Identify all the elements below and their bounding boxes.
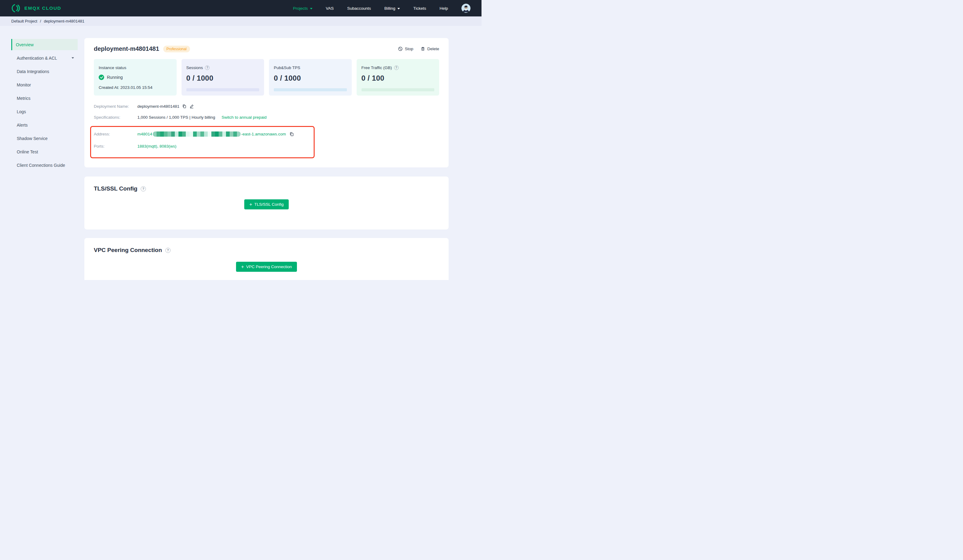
nav-links: Projects VAS Subaccounts Billing Tickets…: [293, 4, 470, 13]
stat-card-sessions: Sessions ? 0 / 1000: [182, 59, 264, 95]
specifications-value: 1,000 Sessions / 1,000 TPS | Hourly bill…: [137, 115, 215, 120]
address-suffix: -east-1.amazonaws.com: [241, 132, 286, 136]
ports-label: Ports:: [94, 144, 137, 149]
button-label: VPC Peering Connection: [246, 264, 292, 269]
deployment-name-label: Deployment Name:: [94, 104, 137, 108]
edit-icon: [190, 104, 194, 108]
stop-label: Stop: [405, 47, 413, 51]
nav-item-label: VAS: [326, 6, 334, 11]
trash-icon: [421, 47, 425, 51]
stop-button[interactable]: Stop: [398, 47, 413, 51]
brand-name: EMQX CLOUD: [24, 5, 61, 11]
sidebar-item-label: Shadow Service: [17, 136, 47, 141]
address-prefix: m48014: [137, 132, 152, 136]
edit-name-button[interactable]: [190, 104, 194, 108]
sidebar-item-online-test[interactable]: Online Test: [11, 146, 78, 157]
copy-name-button[interactable]: [182, 104, 187, 108]
sessions-progress-bar: [186, 88, 259, 91]
sidebar-item-label: Alerts: [17, 123, 28, 128]
stat-value: 0 / 1000: [274, 74, 347, 83]
breadcrumb-project[interactable]: Default Project: [11, 19, 37, 23]
breadcrumb-separator: /: [40, 19, 41, 23]
copy-icon: [289, 132, 294, 137]
stat-card-instance-status: Instance status Running Created At: 2023…: [94, 59, 177, 95]
plus-icon: +: [241, 265, 244, 269]
sidebar-item-label: Client Connections Guide: [17, 163, 65, 168]
annotation-highlight-box: Address: m48014 -east-1.amazonaws.com: [90, 126, 315, 158]
specifications-label: Specifications:: [94, 115, 137, 120]
vpc-peering-section: VPC Peering Connection ? + VPC Peering C…: [84, 238, 449, 280]
deployment-overview-card: deployment-m4801481 Professional Stop: [84, 38, 449, 167]
sidebar-item-label: Online Test: [17, 149, 38, 154]
sidebar-item-label: Authentication & ACL: [17, 56, 57, 61]
copy-address-button[interactable]: [289, 132, 294, 137]
stat-label: Sessions: [186, 65, 203, 70]
sidebar-item-label: Metrics: [17, 96, 31, 101]
main-content: deployment-m4801481 Professional Stop: [84, 26, 449, 280]
stats-row: Instance status Running Created At: 2023…: [94, 59, 439, 95]
nav-item-help[interactable]: Help: [439, 6, 448, 11]
created-at: Created At: 2023.01.05 15:54: [99, 85, 172, 90]
copy-icon: [182, 104, 187, 108]
nav-item-tickets[interactable]: Tickets: [413, 6, 426, 11]
sidebar-item-shadow-service[interactable]: Shadow Service: [11, 133, 78, 144]
nav-item-label: Help: [439, 6, 448, 11]
tls-ssl-section: TLS/SSL Config ? + TLS/SSL Config: [84, 176, 449, 230]
brand-logo[interactable]: EMQX CLOUD: [11, 3, 61, 13]
page-title: deployment-m4801481: [94, 45, 159, 52]
add-tls-ssl-config-button[interactable]: + TLS/SSL Config: [244, 199, 289, 209]
chevron-down-icon: [71, 57, 74, 59]
add-vpc-peering-button[interactable]: + VPC Peering Connection: [236, 262, 297, 272]
help-icon[interactable]: ?: [141, 186, 146, 191]
deployment-name-value: deployment-m4801481: [137, 104, 179, 108]
avatar[interactable]: [461, 4, 470, 13]
sidebar-item-label: Logs: [17, 109, 26, 114]
nav-item-subaccounts[interactable]: Subaccounts: [347, 6, 371, 11]
nav-item-billing[interactable]: Billing: [384, 6, 400, 11]
sidebar-item-overview[interactable]: Overview: [11, 39, 78, 50]
emqx-logo-icon: [11, 3, 21, 13]
plan-badge: Professional: [163, 46, 190, 52]
sidebar-item-label: Overview: [16, 42, 34, 47]
nav-item-label: Tickets: [413, 6, 426, 11]
nav-item-projects[interactable]: Projects: [293, 6, 313, 11]
stat-value: 0 / 1000: [186, 74, 259, 83]
top-navbar: EMQX CLOUD Projects VAS Subaccounts Bill…: [0, 0, 481, 16]
sidebar-item-monitor[interactable]: Monitor: [11, 79, 78, 91]
stat-label: Pub&Sub TPS: [274, 65, 300, 70]
help-icon[interactable]: ?: [394, 65, 399, 70]
traffic-progress-bar: [362, 88, 434, 91]
tls-section-title: TLS/SSL Config: [94, 185, 137, 192]
address-label: Address:: [94, 132, 137, 136]
sidebar-item-data-integrations[interactable]: Data Integrations: [11, 66, 78, 77]
sidebar: Overview Authentication & ACL Data Integ…: [0, 26, 84, 280]
stat-label: Instance status: [99, 65, 126, 70]
address-mask: [153, 131, 241, 137]
sidebar-item-logs[interactable]: Logs: [11, 106, 78, 117]
switch-annual-prepaid-link[interactable]: Switch to annual prepaid: [221, 115, 266, 120]
nav-item-label: Projects: [293, 6, 308, 11]
help-icon[interactable]: ?: [205, 65, 209, 70]
sidebar-item-label: Data Integrations: [17, 69, 49, 74]
sidebar-item-client-connections-guide[interactable]: Client Connections Guide: [11, 159, 78, 171]
sidebar-item-alerts[interactable]: Alerts: [11, 119, 78, 131]
delete-button[interactable]: Delete: [421, 47, 439, 51]
nav-item-label: Subaccounts: [347, 6, 371, 11]
breadcrumb-current: deployment-m4801481: [44, 19, 84, 23]
stat-card-free-traffic: Free Traffic (GB) ? 0 / 100: [357, 59, 439, 95]
stat-value: 0 / 100: [362, 74, 434, 83]
nav-item-label: Billing: [384, 6, 395, 11]
chevron-down-icon: [397, 8, 400, 10]
nav-item-vas[interactable]: VAS: [326, 6, 334, 11]
sidebar-item-authentication-acl[interactable]: Authentication & ACL: [11, 52, 78, 64]
delete-label: Delete: [427, 47, 439, 51]
help-icon[interactable]: ?: [165, 248, 170, 253]
button-label: TLS/SSL Config: [254, 202, 284, 207]
sidebar-item-metrics[interactable]: Metrics: [11, 92, 78, 104]
tps-progress-bar: [274, 88, 347, 91]
ports-value: 1883(mqtt), 8083(ws): [137, 144, 176, 149]
status-text: Running: [107, 75, 123, 80]
deployment-details: Deployment Name: deployment-m4801481: [94, 104, 439, 158]
check-circle-icon: [99, 74, 104, 80]
vpc-section-title: VPC Peering Connection: [94, 247, 162, 254]
